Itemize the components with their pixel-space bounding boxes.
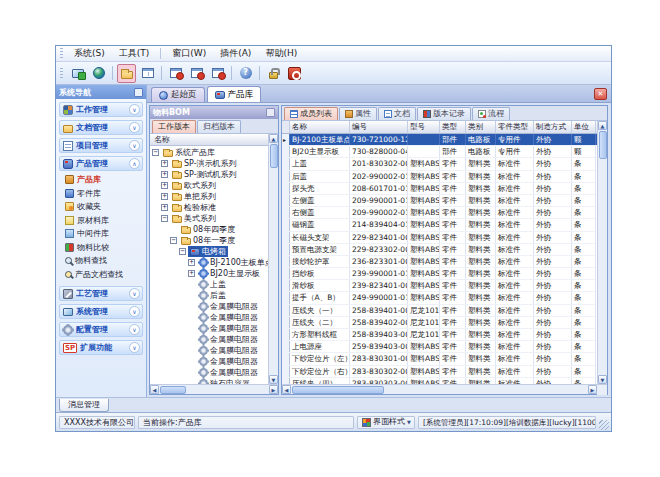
desktop-button[interactable]: [68, 64, 87, 83]
table-row[interactable]: 预置电源支架229-823302-00X塑料ABS零件塑料类标准件外协条: [282, 244, 597, 256]
menu-grip-handle[interactable]: [60, 48, 63, 59]
sidebar-item-raw-material-library[interactable]: 原材料库: [65, 214, 143, 228]
expand-toggle-icon[interactable]: +: [161, 204, 168, 211]
collapse-toggle-icon[interactable]: −: [161, 215, 168, 222]
sidebar-group-header-project[interactable]: 项目管理∨: [59, 138, 143, 153]
tree-node[interactable]: +欧式系列: [150, 180, 268, 191]
chevron-up-icon[interactable]: ∧: [129, 158, 140, 169]
menu-item-window[interactable]: 窗口(W): [165, 46, 213, 61]
sidebar-item-material-compare[interactable]: 物料比较: [65, 241, 143, 255]
sidebar-group-header-work[interactable]: 工作管理∨: [59, 102, 143, 117]
tree-node[interactable]: 金属膜电阻器: [150, 301, 268, 312]
table-row[interactable]: 提手（A、B）249-990001-01X塑料ABS零件塑料类标准件外协条: [282, 292, 597, 304]
table-row[interactable]: 磁钢盖214-839404-01X塑料ABS零件塑料类标准件外协条: [282, 219, 597, 231]
network-button[interactable]: [89, 64, 108, 83]
tree-node[interactable]: +检验标准: [150, 202, 268, 213]
tree-node[interactable]: 金属膜电阻器: [150, 323, 268, 334]
column-header-5[interactable]: 类别: [466, 121, 496, 133]
table-vertical-scrollbar[interactable]: [597, 121, 607, 384]
tree-hscroll-track[interactable]: [159, 385, 269, 395]
scroll-left-icon[interactable]: [282, 385, 291, 394]
tab-product-library[interactable]: 产品库: [207, 86, 262, 102]
column-header-4[interactable]: 类型: [440, 121, 466, 133]
tree-vertical-scrollbar[interactable]: [268, 134, 278, 384]
tree-node[interactable]: 金属膜电阻器: [150, 345, 268, 356]
message-tab[interactable]: 消息管理: [59, 399, 109, 412]
scroll-up-icon[interactable]: [269, 134, 278, 143]
expand-toggle-icon[interactable]: +: [161, 171, 168, 178]
column-header-6[interactable]: 零件类型: [496, 121, 534, 133]
menu-item-system[interactable]: 系统(S): [67, 46, 112, 61]
sidebar-group-header-process[interactable]: 工艺管理∨: [59, 286, 143, 301]
collapse-toggle-icon[interactable]: −: [179, 248, 186, 255]
tree-node[interactable]: 金属膜电阻器: [150, 356, 268, 367]
menu-item-tools[interactable]: 工具(T): [112, 46, 157, 61]
sidebar-item-intermediate-parts-library[interactable]: 中间件库: [65, 227, 143, 241]
tree-node[interactable]: +单把系列: [150, 191, 268, 202]
detail-tab-member-list[interactable]: 成员列表: [284, 107, 338, 120]
tree-node[interactable]: 上盖: [150, 279, 268, 290]
chevron-down-icon[interactable]: ∨: [129, 324, 140, 335]
tree-node[interactable]: 金属膜电阻器: [150, 312, 268, 323]
table-scroll-thumb[interactable]: [599, 131, 607, 159]
detail-tab-documents[interactable]: 文档: [378, 107, 416, 120]
table-row[interactable]: 上电源座259-839403-00X塑料ABS零件塑料类标准件外协条: [282, 341, 597, 353]
table-row[interactable]: 上盖201-830302-00X塑料ABS零件塑料类标准件外协条: [282, 158, 597, 170]
close-tab-button[interactable]: [594, 88, 607, 100]
exit-button[interactable]: [285, 64, 304, 83]
expand-toggle-icon[interactable]: +: [161, 160, 168, 167]
expand-toggle-icon[interactable]: +: [161, 193, 168, 200]
sidebar-group-header-config[interactable]: 配置管理∨: [59, 322, 143, 337]
chevron-down-icon[interactable]: ∨: [129, 140, 140, 151]
table-row[interactable]: 接纱轮护罩236-823301-00X塑料ABS零件塑料类标准件外协条: [282, 256, 597, 268]
tab-start-page[interactable]: 起始页: [151, 87, 205, 102]
sidebar-group-header-extension[interactable]: SP扩展功能∨: [59, 340, 143, 355]
tree-scroll-thumb[interactable]: [270, 144, 278, 168]
window-close-button[interactable]: [208, 64, 227, 83]
sidebar-group-header-document[interactable]: 文档管理∨: [59, 120, 143, 135]
table-row[interactable]: 滑纱板239-823401-00X塑料ABS零件塑料类标准件外协条: [282, 280, 597, 292]
sidebar-item-parts-library[interactable]: 零件库: [65, 187, 143, 201]
table-row[interactable]: 下纱定位片（右）283-830302-00X塑料ABS零件塑料类标准件外协条: [282, 366, 597, 378]
bom-tab-archived-version[interactable]: 归档版本: [197, 120, 241, 133]
table-row[interactable]: 压线夹（一）258-839401-00X尼龙1010零件塑料类标准件外协条: [282, 305, 597, 317]
table-row[interactable]: 下纱定位片（左）283-830301-00X塑料ABS零件塑料类标准件外协条: [282, 353, 597, 365]
table-hscroll-thumb[interactable]: [292, 386, 384, 394]
collapse-toggle-icon[interactable]: −: [152, 149, 159, 156]
chevron-down-icon[interactable]: ∨: [129, 288, 140, 299]
chevron-down-icon[interactable]: ∨: [129, 104, 140, 115]
sidebar-group-header-product[interactable]: 产品管理∧: [59, 156, 143, 171]
menu-item-help[interactable]: 帮助(H): [258, 46, 304, 61]
menu-item-plugins[interactable]: 插件(A): [213, 46, 258, 61]
column-header-7[interactable]: 制造方式: [534, 121, 572, 133]
tree-node[interactable]: +BJ20主显示板: [150, 268, 268, 279]
nav-panel-button[interactable]: [134, 88, 143, 97]
expand-toggle-icon[interactable]: +: [188, 259, 195, 266]
collapse-toggle-icon[interactable]: −: [170, 237, 177, 244]
tree-column-header[interactable]: 名称: [150, 134, 268, 146]
chevron-down-icon[interactable]: ∨: [129, 342, 140, 353]
scroll-left-icon[interactable]: [150, 385, 159, 394]
table-row[interactable]: 长磁头支架229-823401-00X塑料ABS零件塑料类标准件外协条: [282, 232, 597, 244]
tree-node[interactable]: +BJ-2100主板单点: [150, 257, 268, 268]
open-library-button[interactable]: [117, 64, 136, 83]
scroll-right-icon[interactable]: [269, 385, 278, 394]
sidebar-group-header-system[interactable]: 系统管理∨: [59, 304, 143, 319]
tree-node[interactable]: +SP-测试机系列: [150, 169, 268, 180]
scroll-down-icon[interactable]: [598, 375, 607, 384]
table-row[interactable]: 后盖202-990002-01X塑料ABS零件塑料类标准件外协条: [282, 171, 597, 183]
scroll-up-icon[interactable]: [598, 121, 607, 130]
table-row[interactable]: 右侧盖209-990002-01X塑料ABS零件塑料类标准件外协条: [282, 207, 597, 219]
ui-style-button[interactable]: 界面样式 ▼: [357, 416, 415, 429]
tree-node[interactable]: 08年四季度: [150, 224, 268, 235]
table-row[interactable]: 挡纱板239-990001-01X塑料ABS零件塑料类标准件外协条: [282, 268, 597, 280]
tree-node[interactable]: −电烤箱: [150, 246, 268, 257]
table-horizontal-scrollbar[interactable]: [282, 384, 607, 394]
chevron-down-icon[interactable]: ∨: [129, 306, 140, 317]
detail-tab-properties[interactable]: 属性: [339, 107, 377, 120]
table-row[interactable]: BJ-2100主板单点730-721000-12X部件电路板专用件外协颗: [282, 134, 597, 146]
tree-node[interactable]: +SP-演示机系列: [150, 158, 268, 169]
column-header-8[interactable]: 单位: [572, 121, 596, 133]
table-row[interactable]: 探头壳208-601701-01X塑料ABS零件塑料类标准件外协条: [282, 183, 597, 195]
detail-tab-workflow[interactable]: 流程: [472, 107, 510, 120]
